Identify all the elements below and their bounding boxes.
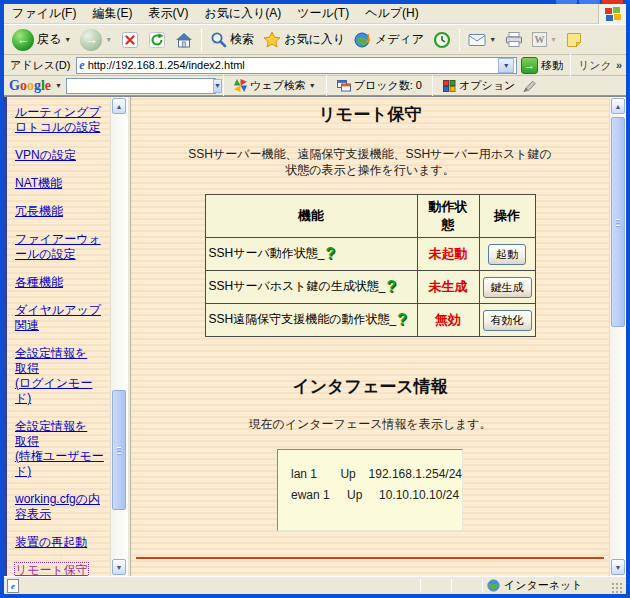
status-value: 未生成: [429, 279, 468, 294]
back-label: 戻る: [37, 31, 61, 48]
forward-button[interactable]: → ▼: [76, 27, 116, 53]
options-button[interactable]: オプション: [440, 77, 518, 94]
web-search-button[interactable]: ウェブ検索 ▼: [231, 77, 319, 94]
sidebar-scroll-down-button[interactable]: ▼: [112, 559, 126, 575]
sidebar-item-redundancy[interactable]: 冗長機能: [15, 204, 63, 219]
interface-address: 192.168.1.254/24: [369, 467, 462, 481]
links-label[interactable]: リンク: [578, 58, 612, 73]
edit-word-button[interactable]: W ▼: [528, 30, 561, 49]
back-button[interactable]: ← 戻る ▼: [8, 27, 75, 53]
help-icon[interactable]: ?: [325, 245, 335, 263]
sidebar-item-nat[interactable]: NAT機能: [15, 176, 62, 191]
interface-row: ewan 1 Up 10.10.10.10/24: [291, 488, 462, 502]
sidebar-item-vpn[interactable]: VPNの設定: [15, 148, 76, 163]
menu-help[interactable]: ヘルプ(H): [357, 3, 427, 24]
mail-dropdown-icon[interactable]: ▼: [489, 36, 496, 43]
google-logo[interactable]: Google: [9, 78, 51, 94]
address-dropdown-icon[interactable]: ▼: [498, 58, 514, 73]
home-button[interactable]: [171, 29, 197, 51]
sidebar-item-dialup[interactable]: ダイヤルアップ 関連: [15, 303, 101, 333]
refresh-button[interactable]: [144, 29, 170, 51]
discuss-button[interactable]: [562, 30, 586, 50]
interface-name: ewan 1: [291, 488, 347, 502]
sidebar-scroll-thumb[interactable]: [112, 390, 126, 510]
titlebar-strip: [4, 0, 626, 4]
note-icon: [566, 32, 582, 48]
interface-state: Up: [347, 488, 379, 502]
back-icon: ←: [12, 29, 34, 51]
go-button[interactable]: → 移動: [521, 57, 563, 74]
google-logo-dropdown-icon[interactable]: ▼: [55, 82, 62, 89]
menu-file[interactable]: ファイル(F): [4, 3, 84, 24]
function-label: SSHサーバホスト鍵の生成状態_: [209, 279, 386, 293]
mail-button[interactable]: ▼: [464, 31, 500, 49]
history-button[interactable]: [429, 29, 455, 51]
sidebar-item-routing-protocol[interactable]: ルーティングプ ロトコルの設定: [15, 105, 101, 135]
search-label: 検索: [230, 31, 254, 48]
minimize-button[interactable]: [556, 0, 577, 4]
main-scroll-thumb[interactable]: [611, 117, 625, 327]
sidebar-item-reboot[interactable]: 装置の再起動: [15, 535, 87, 550]
favorites-button[interactable]: お気に入り: [259, 29, 349, 51]
table-header-row: 機能 動作状態 操作: [205, 195, 535, 238]
help-icon[interactable]: ?: [387, 278, 397, 296]
main-scroll-up-button[interactable]: ▲: [611, 98, 625, 114]
options-icon: [443, 80, 456, 92]
table-row: SSHサーバ動作状態_? 未起動 起動: [205, 238, 535, 271]
sidebar-item-get-config-login[interactable]: 全設定情報を 取得 (ログインモード): [15, 346, 108, 406]
print-icon: [505, 31, 523, 48]
page-title: リモート保守: [131, 103, 609, 126]
maximize-button[interactable]: [579, 0, 600, 4]
interface-section-description: 現在のインターフェース情報を表示します。: [131, 416, 609, 433]
close-button[interactable]: [602, 0, 623, 4]
highlight-pen-icon[interactable]: [522, 79, 537, 93]
web-search-icon: [234, 79, 247, 92]
interface-info-box: lan 1 Up 192.168.1.254/24 ewan 1 Up 10.1…: [277, 449, 463, 531]
browser-viewport: ルーティングプ ロトコルの設定 VPNの設定 NAT機能 冗長機能 ファイアーウ…: [4, 96, 626, 576]
security-zone: インターネット: [487, 578, 605, 593]
status-bar: e インターネット: [4, 576, 626, 594]
menu-view[interactable]: 表示(V): [140, 3, 196, 24]
main-scroll-down-button[interactable]: ▼: [611, 559, 625, 575]
menu-edit[interactable]: 編集(E): [84, 3, 140, 24]
resize-grip[interactable]: [611, 582, 623, 594]
popup-blocker-label: ブロック数: 0: [354, 78, 422, 93]
sidebar-item-working-cfg[interactable]: working.cfgの内 容表示: [15, 492, 100, 522]
navigation-frame: ルーティングプ ロトコルの設定 VPNの設定 NAT機能 冗長機能 ファイアーウ…: [4, 97, 110, 576]
refresh-icon: [148, 31, 166, 49]
address-bar: アドレス(D) e ▼ → 移動 リンク »: [4, 55, 626, 76]
edit-dropdown-icon: ▼: [550, 36, 557, 43]
table-row: SSH遠隔保守支援機能の動作状態_? 無効 有効化: [205, 304, 535, 337]
sidebar-item-get-config-privileged[interactable]: 全設定情報を 取得 (特権ユーザモー ド): [15, 419, 104, 479]
popup-blocker-button[interactable]: ブロック数: 0: [334, 77, 425, 94]
links-chevron-icon[interactable]: »: [616, 59, 622, 71]
sidebar-scroll-up-button[interactable]: ▲: [112, 98, 126, 114]
google-search-input[interactable]: [67, 79, 213, 92]
help-icon[interactable]: ?: [397, 311, 407, 329]
back-dropdown-icon[interactable]: ▼: [64, 36, 71, 43]
start-button[interactable]: 起動: [488, 244, 526, 265]
print-button[interactable]: [501, 29, 527, 50]
interface-section-title: インタフェース情報: [131, 375, 609, 398]
search-button[interactable]: 検索: [206, 29, 258, 50]
google-search-dropdown-icon[interactable]: ▼: [213, 79, 222, 93]
home-icon: [175, 31, 193, 49]
generate-key-button[interactable]: 鍵生成: [483, 277, 532, 298]
interface-address: 10.10.10.10/24: [379, 488, 459, 502]
sidebar-item-firewall[interactable]: ファイアーウォ ールの設定: [15, 232, 101, 262]
sidebar-item-misc-functions[interactable]: 各種機能: [15, 275, 63, 290]
web-search-dropdown-icon[interactable]: ▼: [309, 82, 316, 89]
header-status: 動作状態: [417, 195, 479, 238]
sidebar-scrollbar[interactable]: ▲ ▼: [110, 97, 127, 576]
interface-state: Up: [340, 467, 368, 481]
menu-favorites[interactable]: お気に入り(A): [196, 3, 289, 24]
stop-button[interactable]: [117, 29, 143, 51]
menu-tools[interactable]: ツール(T): [289, 3, 357, 24]
toolbar: ← 戻る ▼ → ▼: [4, 24, 626, 55]
main-scrollbar[interactable]: ▲ ▼: [609, 97, 626, 576]
sidebar-item-remote-maintenance[interactable]: リモート保守: [15, 563, 88, 576]
media-button[interactable]: メディア: [350, 29, 428, 51]
word-icon: W: [532, 32, 547, 47]
enable-button[interactable]: 有効化: [483, 310, 532, 331]
address-input[interactable]: [88, 58, 495, 73]
